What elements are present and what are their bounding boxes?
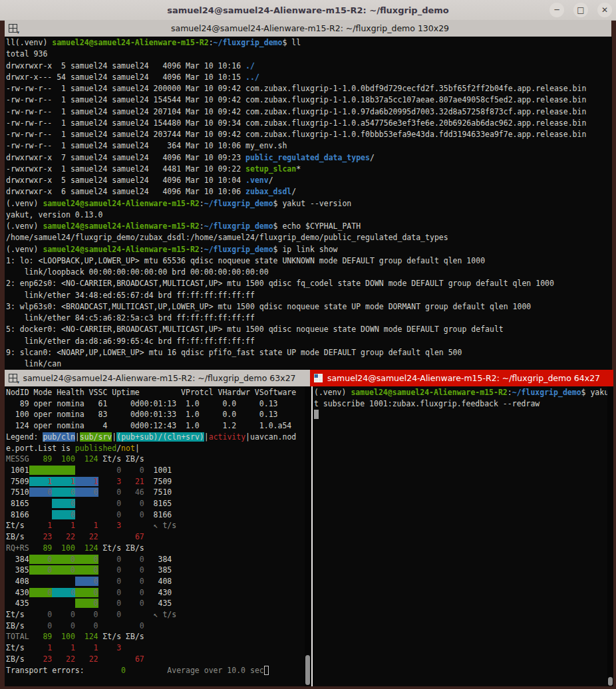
terminal-line: Σt/s 1 1 1 3 xyxy=(6,642,305,654)
right-scrollbar-thumb[interactable] xyxy=(608,677,613,686)
right-pane-scrollbar[interactable] xyxy=(607,386,613,686)
terminal-line: -rw-rw-r-- 1 samuel24 samuel24 200000 Ma… xyxy=(6,83,612,94)
terminal-line: link/loopback 00:00:00:00:00:00 brd 00:0… xyxy=(6,267,612,278)
terminal-line: (.venv) samuel24@samuel24-Alienware-m15-… xyxy=(6,198,612,209)
terminal-line: Legend: pub/cln|sub/srv|(pub+sub)/(cln+s… xyxy=(6,432,305,443)
terminal-grid-icon: ▾ xyxy=(8,373,18,383)
terminal-line: ll(.venv) samuel24@samuel24-Alienware-m1… xyxy=(6,37,612,49)
terminal-line: 430 0 0 0 0 0 430 xyxy=(6,587,305,599)
chevron-down-icon: ▾ xyxy=(17,380,19,385)
window-title: samuel24@samuel24-Alienware-m15-R2: ~/fl… xyxy=(167,5,449,15)
terminal-line: (.venv) samuel24@samuel24-Alienware-m15-… xyxy=(314,387,607,398)
terminal-line: 3: wlp63s0: <BROADCAST,MULTICAST,UP,LOWE… xyxy=(6,301,612,313)
terminal-line: link/ether 34:48:ed:65:67:d4 brd ff:ff:f… xyxy=(6,290,612,301)
terminal-line: 385 0 0 0 0 0 385 xyxy=(6,565,305,576)
terminal-line: Σt/s 1 1 1 3 ↖ t/s xyxy=(6,520,305,531)
terminal-line: (.venv) samuel24@samuel24-Alienware-m15-… xyxy=(6,244,612,255)
terminal-line: ΣB/s 23 22 22 67 xyxy=(6,654,305,665)
terminal-line: 5: docker0: <NO-CARRIER,BROADCAST,MULTIC… xyxy=(6,324,612,335)
terminal-line: yakut, version 0.13.0 xyxy=(6,209,612,221)
close-button[interactable]: ✕ xyxy=(597,3,612,17)
terminal-line: drwxrwxr-x 5 samuel24 samuel24 4096 Mar … xyxy=(6,175,612,186)
top-terminal[interactable]: ll(.venv) samuel24@samuel24-Alienware-m1… xyxy=(5,37,612,370)
terminal-line: NodID Mode Health VSSC Uptime VProtcl VH… xyxy=(6,387,305,398)
terminal-line: Σt/s 0 0 0 0 ↖ t/s xyxy=(6,609,305,620)
terminal-line: ΣB/s 23 22 22 67 xyxy=(6,531,305,543)
right-pane-titlebar[interactable]: samuel24@samuel24-Alienware-m15-R2: ~/fl… xyxy=(310,370,613,386)
left-scrollbar-thumb[interactable] xyxy=(305,655,310,685)
terminal-line: /home/samuel24/fluxgrip_demo/zubax_dsdl:… xyxy=(6,232,612,243)
terminal-line: t subscribe 1001:zubax.fluxgrip.feedback… xyxy=(314,398,607,410)
chevron-down-icon: ▾ xyxy=(17,30,19,35)
terminal-line: drwxrwxr-x 7 samuel24 samuel24 4096 Mar … xyxy=(6,152,612,164)
terminal-line xyxy=(314,409,607,420)
window-titlebar[interactable]: samuel24@samuel24-Alienware-m15-R2: ~/fl… xyxy=(0,0,616,21)
terminal-line: -rw-rw-r-- 1 samuel24 samuel24 203744 Ma… xyxy=(6,129,612,140)
terminal-line: drwxr-x--- 54 samuel24 samuel24 4096 Mar… xyxy=(6,72,612,83)
terminal-line: e.port.List is published/not| xyxy=(6,443,305,454)
terminal-line: 384 0 0 0 0 0 384 xyxy=(6,554,305,565)
terminal-line: -rw-rw-r-- 1 samuel24 samuel24 154480 Ma… xyxy=(6,118,612,129)
terminal-line: 1001 0 0 1001 xyxy=(6,465,305,476)
terminal-line: link/can xyxy=(6,358,612,370)
terminal-line: Transport errors: 0 Average over 10.0 se… xyxy=(6,665,305,676)
terminal-line: 100 oper nomina 83 0d00:01:33 1.0 0.0 0.… xyxy=(6,409,305,420)
terminal-line: 7509 1 1 1 3 21 7509 xyxy=(6,476,305,487)
terminal-line: -rw-rw-r-- 1 samuel24 samuel24 364 Mar 1… xyxy=(6,140,612,152)
terminal-line: (.venv) samuel24@samuel24-Alienware-m15-… xyxy=(6,221,612,232)
terminal-line: drwxrwxr-x 5 samuel24 samuel24 4096 Mar … xyxy=(6,61,612,72)
terminal-line: 408 0 0 0 408 xyxy=(6,576,305,587)
minimize-button[interactable]: ─ xyxy=(549,3,564,17)
left-pane-title: samuel24@samuel24-Alienware-m15-R2: ~/fl… xyxy=(18,373,310,383)
terminal-grid-icon xyxy=(313,373,323,383)
terminal-line: -rw-rw-r-- 1 samuel24 samuel24 207104 Ma… xyxy=(6,106,612,118)
maximize-button[interactable]: □ xyxy=(573,3,588,17)
terminal-line: link/ether 84:c5:a6:82:5a:c3 brd ff:ff:f… xyxy=(6,313,612,324)
terminal-line: 7510 0 0 0 0 46 7510 xyxy=(6,487,305,498)
terminal-line: 1: lo: <LOOPBACK,UP,LOWER_UP> mtu 65536 … xyxy=(6,255,612,267)
terminal-line: 8166 0 0 0 8166 xyxy=(6,509,305,521)
terminal-line: -rw-rw-r-- 1 samuel24 samuel24 154544 Ma… xyxy=(6,94,612,106)
terminal-grid-icon: ▾ xyxy=(8,23,18,33)
terminal-line: -rwxrwxr-x 1 samuel24 samuel24 4481 Mar … xyxy=(6,164,612,175)
terminal-line: link/ether da:d8:a6:99:65:4c brd ff:ff:f… xyxy=(6,336,612,347)
top-pane-titlebar[interactable]: ▾ samuel24@samuel24-Alienware-m15-R2: ~/… xyxy=(5,20,611,37)
monitor-terminal[interactable]: NodID Mode Health VSSC Uptime VProtcl VH… xyxy=(5,386,305,686)
terminal-line: drwxrwxr-x 6 samuel24 samuel24 4096 Mar … xyxy=(6,186,612,198)
top-pane-title: samuel24@samuel24-Alienware-m15-R2: ~/fl… xyxy=(18,23,611,33)
terminator-window: samuel24@samuel24-Alienware-m15-R2: ~/fl… xyxy=(0,0,616,689)
terminal-line: 8165 0 0 0 8165 xyxy=(6,498,305,509)
left-pane-scrollbar[interactable] xyxy=(305,386,311,686)
window-controls: ─ □ ✕ xyxy=(549,3,612,17)
terminal-line: 89 oper nomina 61 0d00:01:13 1.0 0.0 0.1… xyxy=(6,398,305,410)
terminal-line: RQ+RS 89 100 124 Σt/s ΣB/s xyxy=(6,543,305,554)
terminal-line: TOTAL 89 100 124 Σt/s ΣB/s xyxy=(6,631,305,642)
terminal-line: 435 0 0 0 435 xyxy=(6,598,305,609)
subscribe-terminal[interactable]: (.venv) samuel24@samuel24-Alienware-m15-… xyxy=(313,386,607,686)
terminal-line: ΣB/s 0 0 0 0 xyxy=(6,620,305,632)
terminal-line: 124 oper nomina 4 0d00:12:43 1.0 1.2 1.0… xyxy=(6,420,305,432)
terminal-line: 2: enp62s0: <NO-CARRIER,BROADCAST,MULTIC… xyxy=(6,278,612,289)
left-pane-titlebar[interactable]: ▾ samuel24@samuel24-Alienware-m15-R2: ~/… xyxy=(5,370,310,386)
right-pane-title: samuel24@samuel24-Alienware-m15-R2: ~/fl… xyxy=(323,373,613,383)
terminal-line: total 936 xyxy=(6,49,612,60)
terminal-line: MESSG 89 100 124 Σt/s ΣB/s xyxy=(6,454,305,465)
terminal-line: 9: slcan0: <NOARP,UP,LOWER_UP> mtu 16 qd… xyxy=(6,347,612,358)
